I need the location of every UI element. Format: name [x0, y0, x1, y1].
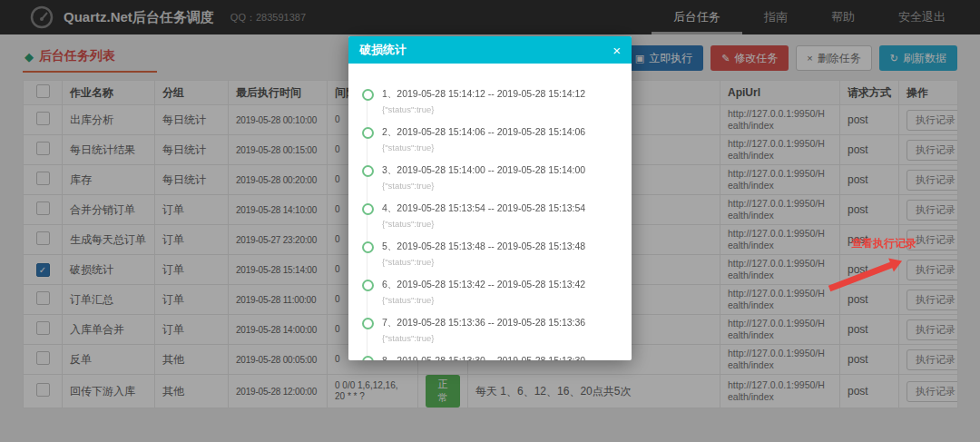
execution-time-range: 8、2019-05-28 15:13:30 -- 2019-05-28 15:1…: [382, 355, 617, 360]
timeline-item: 2、2019-05-28 15:14:06 -- 2019-05-28 15:1…: [362, 126, 617, 152]
modal-body: 1、2019-05-28 15:14:12 -- 2019-05-28 15:1…: [348, 64, 632, 360]
timeline-dot-icon: [362, 203, 374, 215]
execution-time-range: 4、2019-05-28 15:13:54 -- 2019-05-28 15:1…: [382, 202, 617, 215]
timeline-dot-icon: [362, 318, 374, 329]
timeline-dot-icon: [362, 280, 374, 291]
execution-time-range: 2、2019-05-28 15:14:06 -- 2019-05-28 15:1…: [382, 126, 617, 139]
execution-timeline: 1、2019-05-28 15:14:12 -- 2019-05-28 15:1…: [362, 88, 617, 360]
modal-header: 破损统计 ×: [348, 36, 632, 64]
timeline-dot-icon: [362, 356, 374, 360]
execution-time-range: 7、2019-05-28 15:13:36 -- 2019-05-28 15:1…: [382, 317, 617, 329]
execution-result: {"status":true}: [382, 104, 617, 114]
timeline-item: 3、2019-05-28 15:14:00 -- 2019-05-28 15:1…: [362, 164, 617, 191]
timeline-dot-icon: [362, 89, 374, 101]
execution-result: {"status":true}: [382, 257, 617, 267]
execution-log-modal: 破损统计 × 1、2019-05-28 15:14:12 -- 2019-05-…: [348, 36, 632, 360]
timeline-item: 6、2019-05-28 15:13:42 -- 2019-05-28 15:1…: [362, 279, 617, 305]
timeline-item: 8、2019-05-28 15:13:30 -- 2019-05-28 15:1…: [362, 355, 617, 360]
execution-time-range: 1、2019-05-28 15:14:12 -- 2019-05-28 15:1…: [382, 88, 617, 101]
timeline-dot-icon: [362, 165, 374, 177]
execution-result: {"status":true}: [382, 219, 617, 229]
execution-time-range: 6、2019-05-28 15:13:42 -- 2019-05-28 15:1…: [382, 279, 617, 291]
timeline-item: 5、2019-05-28 15:13:48 -- 2019-05-28 15:1…: [362, 241, 617, 267]
execution-result: {"status":true}: [382, 333, 617, 343]
timeline-dot-icon: [362, 241, 374, 253]
timeline-item: 1、2019-05-28 15:14:12 -- 2019-05-28 15:1…: [362, 88, 617, 114]
execution-result: {"status":true}: [382, 142, 617, 152]
close-icon[interactable]: ×: [612, 44, 621, 57]
timeline-dot-icon: [362, 127, 374, 139]
modal-title: 破损统计: [359, 42, 407, 58]
execution-result: {"status":true}: [382, 295, 617, 305]
execution-time-range: 3、2019-05-28 15:14:00 -- 2019-05-28 15:1…: [382, 164, 617, 177]
execution-result: {"status":true}: [382, 181, 617, 191]
timeline-item: 4、2019-05-28 15:13:54 -- 2019-05-28 15:1…: [362, 202, 617, 229]
execution-time-range: 5、2019-05-28 15:13:48 -- 2019-05-28 15:1…: [382, 241, 617, 253]
timeline-item: 7、2019-05-28 15:13:36 -- 2019-05-28 15:1…: [362, 317, 617, 343]
